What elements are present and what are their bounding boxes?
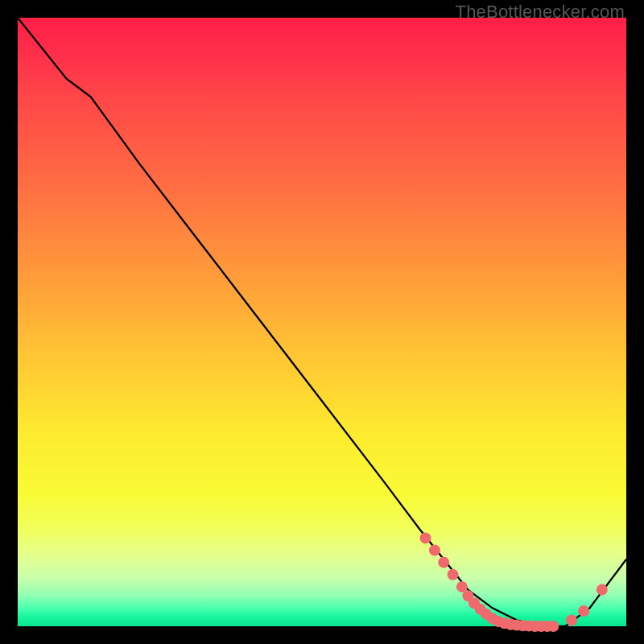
curve-marker xyxy=(448,569,459,580)
curve-marker xyxy=(597,584,608,596)
curve-marker xyxy=(578,605,589,617)
curve-marker xyxy=(566,614,577,625)
curve-marker xyxy=(420,532,431,543)
plot-area xyxy=(18,18,626,626)
curve-marker xyxy=(547,621,559,632)
chart-svg xyxy=(18,18,626,626)
curve-markers xyxy=(420,532,608,632)
curve-marker xyxy=(429,545,440,556)
chart-frame: TheBottlenecker.com xyxy=(0,0,644,644)
curve-path xyxy=(18,18,626,626)
curve-marker xyxy=(438,557,449,568)
attribution-text: TheBottlenecker.com xyxy=(456,2,625,23)
